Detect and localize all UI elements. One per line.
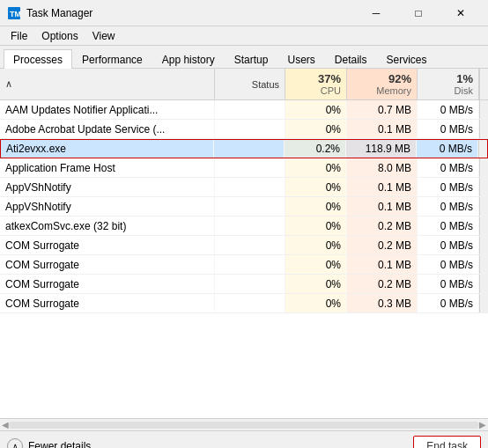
disk-percent: 1% [456,72,473,85]
process-name: atkexComSvc.exe (32 bit) [0,217,215,235]
process-memory: 0.3 MB [347,294,418,312]
process-disk: 0 MB/s [418,275,479,293]
tab-app-history[interactable]: App history [152,49,225,69]
row-scroll-spacer [479,255,488,274]
tab-users[interactable]: Users [277,49,324,69]
process-status [215,178,285,196]
process-memory: 0.2 MB [347,217,418,235]
process-name: COM Surrogate [0,294,215,312]
process-memory: 0.2 MB [347,236,418,254]
process-disk: 0 MB/s [418,158,479,177]
minimize-button[interactable]: ─ [356,1,396,26]
row-scroll-spacer [479,158,488,177]
tab-performance[interactable]: Performance [72,49,152,69]
table-row[interactable]: AAM Updates Notifier Applicati...0%0.7 M… [0,100,488,120]
process-name: COM Surrogate [0,236,215,254]
tabs-bar: ProcessesPerformanceApp historyStartupUs… [0,46,488,69]
th-disk[interactable]: 1% Disk [418,69,479,99]
process-status [215,100,285,119]
process-disk: 0 MB/s [418,178,479,196]
row-scroll-spacer [479,294,488,312]
process-memory: 8.0 MB [347,158,418,177]
memory-label: Memory [376,85,411,96]
process-disk: 0 MB/s [418,120,479,138]
chevron-up-icon: ∧ [7,438,23,449]
th-status[interactable]: Status [215,69,285,99]
row-scroll-spacer [479,120,488,138]
process-disk: 0 MB/s [418,255,479,274]
process-cpu: 0% [285,217,347,235]
table-row[interactable]: Application Frame Host0%8.0 MB0 MB/s [0,158,488,178]
end-task-button[interactable]: End task [413,436,481,449]
svg-text:TM: TM [10,10,21,18]
table-row[interactable]: COM Surrogate0%0.3 MB0 MB/s [0,294,488,313]
bottom-bar: ∧ Fewer details End task [0,430,488,448]
process-memory: 0.1 MB [347,178,418,196]
process-cpu: 0% [285,178,347,196]
menu-item-view[interactable]: View [85,28,122,44]
process-memory: 0.7 MB [347,100,418,119]
fewer-details-label: Fewer details [28,440,91,449]
table-row[interactable]: atkexComSvc.exe (32 bit)0%0.2 MB0 MB/s [0,217,488,236]
process-name: AppVShNotify [0,178,215,196]
sort-arrow: ∧ [5,78,12,90]
process-status [215,255,285,274]
process-disk: 0 MB/s [418,217,479,235]
process-memory: 0.1 MB [347,120,418,138]
row-scroll-spacer [479,197,488,216]
scroll-track[interactable] [9,422,479,429]
memory-percent: 92% [388,72,411,85]
row-scroll-spacer [479,178,488,196]
process-cpu: 0.2% [285,140,346,158]
process-cpu: 0% [285,275,347,293]
scroll-indicator [479,69,488,99]
th-memory[interactable]: 92% Memory [347,69,418,99]
process-name: Ati2evxx.exe [1,140,214,158]
th-cpu[interactable]: 37% CPU [285,69,347,99]
maximize-button[interactable]: □ [398,1,439,26]
app-icon: TM [7,6,21,20]
process-cpu: 0% [285,158,347,177]
table-row[interactable]: Adobe Acrobat Update Service (...0%0.1 M… [0,120,488,139]
process-status [214,140,285,158]
table-row[interactable]: Ati2evxx.exe0.2%118.9 MB0 MB/s [0,139,488,158]
horizontal-scrollbar[interactable]: ◀ ▶ [0,418,488,430]
table-row[interactable]: COM Surrogate0%0.2 MB0 MB/s [0,236,488,255]
row-scroll-spacer [479,236,488,254]
process-status [215,236,285,254]
table-row[interactable]: AppVShNotify0%0.1 MB0 MB/s [0,197,488,217]
close-button[interactable]: ✕ [440,1,481,26]
menu-item-options[interactable]: Options [34,28,85,44]
window-title: Task Manager [26,7,92,19]
tab-processes[interactable]: Processes [4,49,72,69]
process-disk: 0 MB/s [418,236,479,254]
table-row[interactable]: COM Surrogate0%0.1 MB0 MB/s [0,255,488,275]
process-name: AppVShNotify [0,197,215,216]
process-status [215,197,285,216]
disk-label: Disk [455,85,473,96]
table-row[interactable]: COM Surrogate0%0.2 MB0 MB/s [0,275,488,294]
fewer-details-button[interactable]: ∧ Fewer details [7,438,91,449]
main-content: ∧ Status 37% CPU 92% Memory 1% Disk AAM … [0,69,488,418]
tab-services[interactable]: Services [377,49,437,69]
process-cpu: 0% [285,120,347,138]
window-controls: ─ □ ✕ [356,1,481,26]
process-disk: 0 MB/s [417,140,478,158]
process-status [215,217,285,235]
process-name: COM Surrogate [0,255,215,274]
row-scroll-spacer [479,100,488,119]
cpu-label: CPU [321,85,341,96]
menu-item-file[interactable]: File [4,28,34,44]
status-label: Status [252,79,279,90]
process-name: Application Frame Host [0,158,215,177]
tab-startup[interactable]: Startup [225,49,278,69]
tab-details[interactable]: Details [325,49,377,69]
table-row[interactable]: AppVShNotify0%0.1 MB0 MB/s [0,178,488,197]
process-cpu: 0% [285,294,347,312]
th-name[interactable]: ∧ [0,69,215,99]
process-memory: 118.9 MB [346,140,417,158]
process-status [215,158,285,177]
process-disk: 0 MB/s [418,197,479,216]
table-body: AAM Updates Notifier Applicati...0%0.7 M… [0,100,488,418]
process-memory: 0.1 MB [347,255,418,274]
